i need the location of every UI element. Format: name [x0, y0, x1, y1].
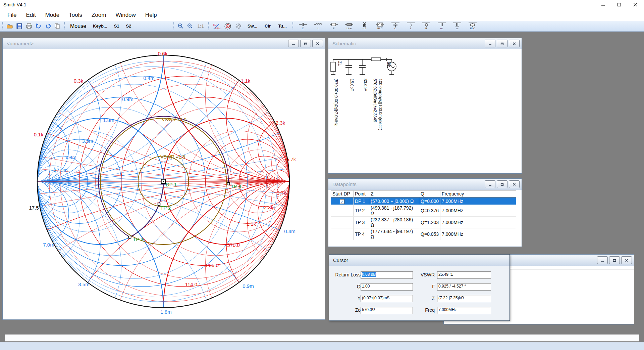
- svg-text:SC: SC: [213, 23, 217, 26]
- table-row-tp3[interactable]: TP 3(232.837 - j280.186) ΩQ=1.2037.000MH…: [331, 217, 516, 228]
- settings-button[interactable]: [233, 22, 244, 31]
- column-header-z[interactable]: Z: [369, 190, 419, 198]
- datapoint-target-button[interactable]: [223, 22, 233, 31]
- column-header-q[interactable]: Q: [419, 190, 440, 198]
- zoom-out-button[interactable]: [186, 23, 195, 30]
- tool-button-clr[interactable]: Clr: [263, 23, 272, 29]
- window-minimize-button[interactable]: [485, 40, 495, 47]
- table-row-dp1[interactable]: ✓DP 1(570.000 + j0.000) ΩQ=0.0007.000MHz: [331, 198, 516, 205]
- component-short-stub-button[interactable]: ss: [452, 22, 463, 30]
- component-label: Line: [346, 27, 352, 30]
- redo-button[interactable]: [44, 23, 52, 30]
- app-maximize-button[interactable]: [612, 1, 627, 8]
- component-shunt-capacitor-button[interactable]: C: [390, 22, 401, 30]
- window-minimize-button[interactable]: [288, 40, 299, 47]
- component-series-resistor-button[interactable]: R: [328, 22, 339, 30]
- zoom-1to1-button[interactable]: 1:1: [195, 24, 206, 29]
- menu-item-window[interactable]: Window: [111, 10, 140, 20]
- menu-item-help[interactable]: Help: [141, 10, 162, 20]
- window-restore-button[interactable]: [609, 256, 620, 264]
- schematic-circuit: [331, 58, 396, 75]
- menu-item-tools[interactable]: Tools: [64, 10, 87, 20]
- menu-item-file[interactable]: File: [3, 10, 21, 20]
- point-label: TP 4: [231, 183, 241, 189]
- cell-frequency: 7.000MHz: [440, 198, 516, 205]
- schematic-window: Schematic ZL Zin (570.00+j0.00)Ω@7.0MHz …: [328, 38, 522, 174]
- column-header-point[interactable]: Point: [354, 190, 369, 198]
- menu-item-edit[interactable]: Edit: [21, 10, 40, 20]
- app-minimize-button[interactable]: [596, 1, 610, 8]
- cursor-field-value-return-loss[interactable]: 0.68 dB: [361, 271, 413, 279]
- menu-item-mode[interactable]: Mode: [41, 10, 64, 20]
- copy-button[interactable]: [53, 23, 62, 30]
- component-shunt-resistor-button[interactable]: R: [421, 22, 432, 30]
- menu-item-zoom[interactable]: Zoom: [87, 10, 111, 20]
- window-minimize-button[interactable]: [597, 256, 608, 264]
- zoom-in-button[interactable]: [176, 23, 185, 30]
- cursor-field-value-vswr[interactable]: 25.49 :1: [437, 271, 491, 279]
- table-row-tp4[interactable]: TP 4(1777.634 - j94.197) ΩQ=0.0537.000MH…: [331, 228, 516, 240]
- open-button[interactable]: [5, 23, 14, 30]
- column-header-frequency[interactable]: Frequency: [440, 190, 516, 198]
- smith-label: 0.4m: [284, 228, 295, 234]
- redo-icon: [45, 23, 51, 29]
- component-series-rlc-button[interactable]: RLC: [375, 22, 385, 30]
- copy-icon: [54, 23, 60, 29]
- window-restore-button[interactable]: [300, 40, 311, 47]
- cursor-field-value-freq[interactable]: 7.000MHz: [437, 307, 491, 314]
- window-close-button[interactable]: [509, 40, 520, 47]
- mode-button-mouse[interactable]: Mouse: [69, 23, 88, 30]
- component-shunt-rlc-button[interactable]: RLC: [467, 22, 478, 30]
- component-series-inductor-button[interactable]: L: [313, 22, 324, 30]
- start-dp-checkbox[interactable]: ✓: [340, 199, 344, 204]
- smith-label: 0.1k: [34, 132, 44, 137]
- tool-button-sw[interactable]: Sw...: [246, 23, 259, 29]
- datapoints-window-titlebar[interactable]: Datapoints: [328, 179, 522, 190]
- marker-tp2[interactable]: [158, 203, 160, 206]
- chart-window-titlebar[interactable]: <unnamed>: [3, 38, 325, 49]
- app-close-button[interactable]: [628, 1, 643, 8]
- horizontal-scrollbar[interactable]: [5, 334, 639, 342]
- restore-icon: [304, 42, 307, 45]
- cursor-window-title: Cursor: [333, 257, 348, 263]
- smith-chart-canvas[interactable]: DP 1TP 2TP 3TP 4 0.6k0.3k1.1k0.1k2.3k5.7…: [3, 49, 325, 319]
- tool-button-tu[interactable]: Tu...: [277, 23, 288, 29]
- window-close-button[interactable]: [312, 40, 323, 47]
- table-row-tp2[interactable]: TP 2(499.381 - j187.792) ΩQ=0.3767.000MH…: [331, 205, 516, 217]
- schematic-window-titlebar[interactable]: Schematic: [328, 38, 522, 49]
- window-minimize-button[interactable]: [485, 180, 495, 188]
- target-icon: [224, 23, 231, 30]
- component-shunt-inductor-button[interactable]: L: [406, 22, 416, 30]
- marker-tp4[interactable]: [227, 183, 230, 185]
- cell-point: DP 1: [354, 198, 369, 205]
- mode-button-s2[interactable]: S2: [125, 23, 133, 29]
- mode-button-keyb[interactable]: Keyb...: [92, 23, 109, 29]
- smith-plot-mode-button[interactable]: SCSPlot: [211, 22, 222, 31]
- window-restore-button[interactable]: [497, 40, 507, 47]
- cursor-field-value-y[interactable]: (0.07+j0.07)mS: [361, 295, 413, 302]
- save-button[interactable]: [15, 23, 24, 30]
- undo-button[interactable]: [34, 23, 43, 30]
- mode-button-s1[interactable]: S1: [113, 23, 121, 29]
- cursor-field-value-zo[interactable]: 570.0Ω: [361, 307, 413, 314]
- cursor-field-value-z[interactable]: (7.22-j7.25)kΩ: [437, 295, 491, 302]
- series-resistor-icon: [330, 22, 338, 27]
- component-series-capacitor-button[interactable]: C: [298, 22, 308, 30]
- restore-icon: [500, 42, 504, 45]
- print-button[interactable]: [24, 23, 34, 30]
- column-header-start-dp[interactable]: Start DP: [331, 190, 354, 198]
- cursor-field-value-q[interactable]: 1.00: [361, 283, 413, 291]
- smith-label: 570.0: [227, 242, 240, 248]
- cursor-window-titlebar[interactable]: Cursor: [329, 255, 509, 266]
- schematic-canvas[interactable]: ZL Zin (570.00+j0.00)Ω@7.0MHz 15.0pF 33.…: [328, 49, 522, 173]
- cursor-field-value-γ[interactable]: 0.925 / -4.527 °: [437, 283, 491, 291]
- chart-window-title: <unnamed>: [7, 41, 34, 46]
- window-close-button[interactable]: [509, 180, 520, 188]
- window-restore-button[interactable]: [497, 180, 507, 188]
- component-open-stub-button[interactable]: os: [436, 22, 447, 30]
- component-transformer-button[interactable]: n:1: [359, 22, 370, 30]
- window-close-button[interactable]: [621, 256, 632, 264]
- datapoints-table[interactable]: Start DPPointZQFrequency✓DP 1(570.000 + …: [331, 190, 516, 240]
- component-line-button[interactable]: Line: [344, 22, 355, 30]
- marker-tp3[interactable]: [129, 236, 131, 238]
